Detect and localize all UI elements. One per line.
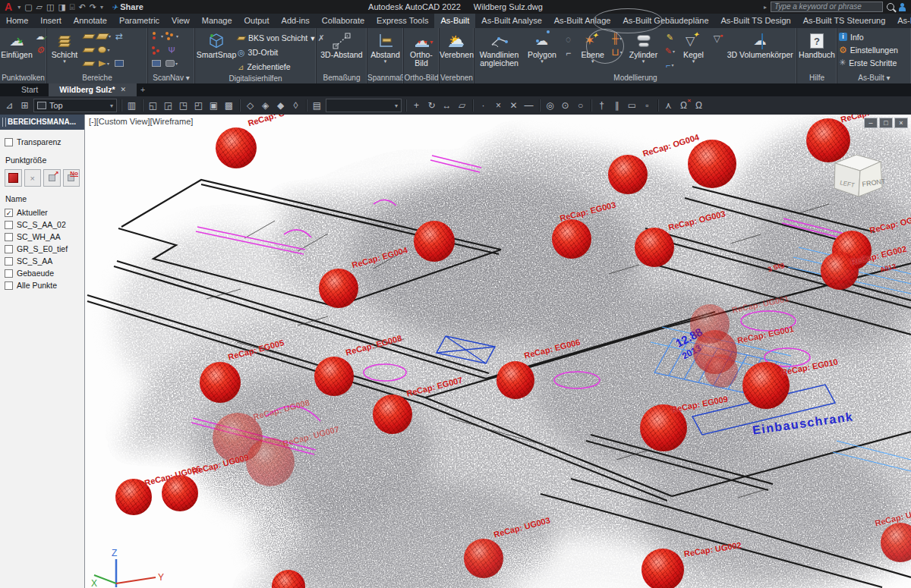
ribbon-tab-as-built-analyse[interactable]: As-Built Analyse <box>475 14 547 28</box>
orbit-button[interactable]: ◎3D-Orbit <box>238 46 325 59</box>
viewport-corner-controls[interactable]: [-][Custom View][Wireframe] <box>89 117 193 126</box>
volumenkoerper-button[interactable]: ☁ 3D Volumenkörper <box>725 30 795 73</box>
scan-camera-icon[interactable]: ▾ <box>165 57 178 70</box>
item-checkbox[interactable] <box>5 281 13 290</box>
ribbon-tab-express-tools[interactable]: Express Tools <box>370 14 434 28</box>
recap-marker-sphere[interactable] <box>464 539 503 578</box>
polygon-button[interactable]: ☁ Polygon ▾ <box>524 30 560 73</box>
rotate-icon[interactable]: ↻ <box>425 99 438 112</box>
combo-caret-icon[interactable]: ▾ <box>395 102 398 109</box>
list-item[interactable]: Alle Punkte <box>5 279 80 291</box>
recap-marker-sphere[interactable] <box>608 155 648 194</box>
recap-marker-sphere[interactable] <box>688 140 736 188</box>
bereich-slab-icon-3[interactable] <box>82 57 96 70</box>
recap-marker-sphere[interactable] <box>806 118 850 162</box>
ribbon-tab-home[interactable]: Home <box>0 14 34 28</box>
ebene-button[interactable]: ✶✦ Ebene ▾ <box>577 30 609 73</box>
parallel-snap-icon[interactable]: ∥ <box>610 99 623 112</box>
ribbon-tab-as-built-ts-steuerung[interactable]: As-Built TS Steuerung <box>797 14 892 28</box>
cone-small-icon[interactable]: ▽● <box>710 32 723 45</box>
ribbon-tab-collaborate[interactable]: Collaborate <box>316 14 370 28</box>
viewport-icon[interactable]: ⊞ <box>18 99 31 112</box>
maximize-button[interactable]: □ <box>879 118 893 128</box>
osnap-off-icon[interactable]: Ω× <box>677 99 690 112</box>
iso-view-icon-1[interactable]: ◇ <box>244 99 257 112</box>
wandlinien-button[interactable]: Wandlinien angleichen <box>476 30 522 73</box>
perpendicular-snap-icon[interactable]: † <box>595 99 608 112</box>
node-snap-icon[interactable]: · <box>477 99 490 112</box>
stretch-icon[interactable]: ↔ <box>440 99 453 112</box>
ucs-icon[interactable]: ⊿ <box>3 99 16 112</box>
undo-icon[interactable]: ↶ <box>78 3 85 11</box>
erste-schritte-button[interactable]: ✳Erste Schritte <box>839 56 897 69</box>
handbuch-button[interactable]: ? Handbuch <box>799 30 835 73</box>
recap-marker-sphere[interactable] <box>635 228 674 267</box>
box-view-icon-3[interactable]: ◳ <box>177 99 190 112</box>
recap-marker-sphere[interactable] <box>319 269 358 308</box>
drawing-viewport[interactable]: LEFT FRONT Z X Y [-][Custom View][Wirefr… <box>85 115 911 588</box>
list-item[interactable]: SC_S_AA <box>5 255 80 267</box>
ribbon-tab-insert[interactable]: Insert <box>34 14 68 28</box>
new-file-icon[interactable]: ▢ <box>24 3 32 11</box>
item-checkbox[interactable] <box>5 221 13 229</box>
einstellungen-button[interactable]: ⚙Einstellungen <box>839 43 898 56</box>
bereich-wedge-icon[interactable]: ▾ <box>97 57 111 70</box>
iso-view-icon-4[interactable]: ◊ <box>289 99 302 112</box>
recap-marker-sphere[interactable] <box>200 362 241 403</box>
bereich-disc-icon[interactable]: ▾ <box>97 43 111 56</box>
list-item[interactable]: ✓Aktueller <box>5 206 80 219</box>
ribbon-tab-view[interactable]: View <box>165 14 196 28</box>
tangent-snap-icon[interactable]: ○ <box>574 99 587 112</box>
snap-settings-icon[interactable]: ⋏ <box>662 99 675 112</box>
ribbon-tab-as-built-geb-udepl-ne[interactable]: As-Built Gebäudepläne <box>616 14 714 28</box>
move-icon[interactable]: + <box>410 99 423 112</box>
smartsnap-button[interactable]: SmartSnap <box>197 30 236 73</box>
recap-marker-sphere[interactable] <box>314 357 354 396</box>
save-as-icon[interactable]: ◨ <box>58 3 65 11</box>
wall-u-icon[interactable]: ⊔▾ <box>610 46 624 58</box>
osnap-on-icon[interactable]: Ω <box>692 99 705 112</box>
ribbon-tab-annotate[interactable]: Annotate <box>68 14 113 28</box>
item-checkbox[interactable] <box>5 257 13 266</box>
share-button[interactable]: ✈Share <box>112 2 143 11</box>
pen-yellow-icon[interactable]: ✎ <box>663 31 676 44</box>
abstand-button[interactable]: Abstand ▾ <box>369 30 402 73</box>
zylinder-button[interactable]: Zylinder ▾ <box>626 30 662 73</box>
bereich-monitor-icon[interactable] <box>112 57 126 70</box>
save-icon[interactable]: ◫ <box>46 3 54 11</box>
item-checkbox[interactable]: ✓ <box>5 209 13 217</box>
list-item[interactable]: Gebaeude <box>5 267 80 279</box>
bereich-slab-icon-1[interactable] <box>82 30 96 42</box>
search-input[interactable]: Type a keyword or phrase <box>771 2 883 12</box>
minimize-button[interactable]: – <box>864 118 878 128</box>
ribbon-tab-parametric[interactable]: Parametric <box>113 14 165 28</box>
extension-snap-icon[interactable]: — <box>522 99 535 112</box>
plot-icon[interactable]: ⌻ <box>70 3 75 11</box>
recap-marker-sphere[interactable] <box>373 395 412 434</box>
pipe-icon[interactable]: ⌐▾ <box>663 58 676 71</box>
info-button[interactable]: iInfo <box>839 30 864 43</box>
point-size-color-button[interactable] <box>5 169 22 187</box>
scale-icon[interactable]: ▱ <box>456 99 468 112</box>
recap-marker-sphere[interactable] <box>705 354 738 388</box>
camera-icon[interactable]: ▤ <box>310 99 323 112</box>
abstand3d-button[interactable]: 3D-Abstand <box>318 30 365 73</box>
scan-cluster2-icon[interactable] <box>150 43 163 56</box>
box-view-icon-6[interactable]: ▩ <box>222 99 235 112</box>
quadrant-snap-icon[interactable]: ⊙ <box>559 99 572 112</box>
close-button[interactable]: × <box>894 118 908 128</box>
app-menu-caret-icon[interactable]: ▾ <box>17 4 20 11</box>
scan-target-icon[interactable]: Ψ <box>165 43 178 56</box>
doc-tab-start[interactable]: Start <box>11 83 49 96</box>
profile-tool-icon[interactable]: ⌐ <box>562 46 575 59</box>
combo-caret-icon[interactable]: ▾ <box>110 102 113 109</box>
search-expand-caret-icon[interactable]: ▸ <box>764 4 767 11</box>
box-view-icon-1[interactable]: ◱ <box>147 99 159 112</box>
open-file-icon[interactable]: ▱ <box>36 3 43 11</box>
ribbon-tab-as-built[interactable]: As-Built <box>434 14 475 28</box>
autocad-logo-icon[interactable]: A <box>5 1 12 13</box>
transparenz-row[interactable]: Transparenz <box>5 136 80 148</box>
qat-customize-caret-icon[interactable]: ▾ <box>100 4 103 11</box>
point-size-x-button[interactable]: × <box>24 169 42 187</box>
ribbon-tab-manage[interactable]: Manage <box>196 14 238 28</box>
